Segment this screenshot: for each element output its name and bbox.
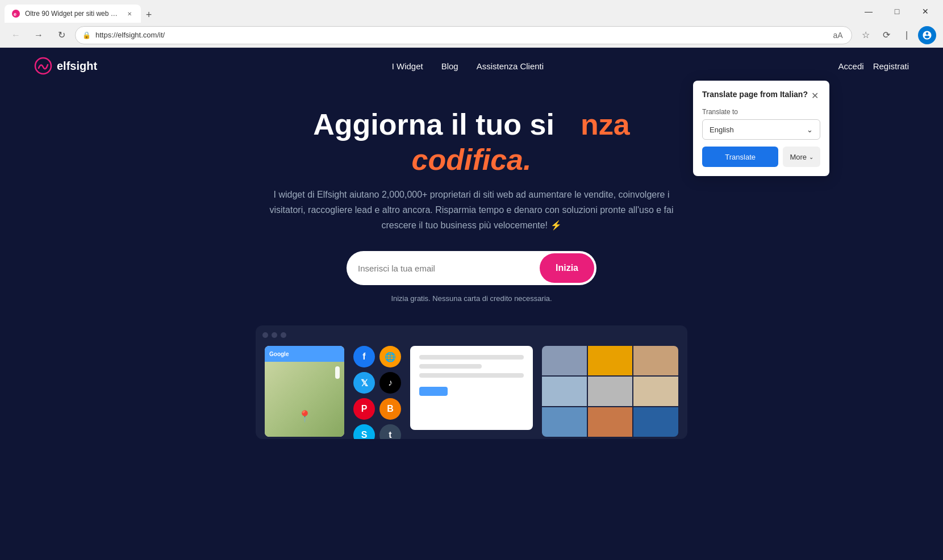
gallery-cell-3 [633, 346, 678, 375]
blogger-icon: B [379, 398, 401, 420]
preview-widgets: Google 📍 [256, 325, 687, 439]
gallery-cell-2 [588, 346, 633, 375]
nav-link-support[interactable]: Assistenza Clienti [477, 61, 544, 71]
gallery-cell-4 [542, 377, 587, 406]
gallery-cell-9 [633, 407, 678, 437]
back-button[interactable]: ← [7, 26, 25, 44]
browser-window: e Oltre 90 Widget per siti web — P ✕ + —… [0, 0, 943, 560]
edge-profile-button[interactable] [918, 26, 936, 44]
nav-link-widgets[interactable]: I Widget [392, 61, 423, 71]
maximize-button[interactable]: □ [884, 2, 910, 20]
email-input[interactable] [358, 264, 537, 273]
more-button[interactable]: More ⌄ [783, 147, 820, 167]
tumblr-icon: t [379, 424, 401, 439]
translate-button[interactable]: Translate [702, 147, 778, 167]
dot-1 [262, 332, 268, 338]
register-link[interactable]: Registrati [873, 61, 909, 71]
social-row-2: 𝕏 ♪ [353, 372, 401, 394]
email-input-wrapper: Inizia [347, 251, 596, 285]
form-line-2 [419, 364, 482, 369]
window-controls: — □ ✕ [856, 2, 938, 20]
active-tab[interactable]: e Oltre 90 Widget per siti web — P ✕ [5, 5, 141, 23]
form-line-3 [419, 373, 524, 378]
map-header: Google [265, 346, 344, 362]
url-text: https://elfsight.com/it/ [95, 31, 827, 39]
dot-3 [281, 332, 286, 338]
gallery-cell-1 [542, 346, 587, 375]
selected-language: English [710, 126, 734, 134]
dot-2 [272, 332, 277, 338]
form-line-1 [419, 355, 524, 360]
svg-text:e: e [14, 11, 16, 17]
google-logo: Google [269, 351, 289, 357]
gallery-cell-5 [588, 377, 633, 406]
nav-link-blog[interactable]: Blog [441, 61, 458, 71]
new-tab-button[interactable]: + [141, 7, 157, 23]
browser-toolbar: ← → ↻ 🔒 https://elfsight.com/it/ aA ☆ ⟳ … [0, 23, 943, 48]
browser-page: elfsight I Widget Blog Assistenza Client… [0, 48, 943, 560]
gallery-cell-8 [588, 407, 633, 437]
lock-icon: 🔒 [82, 31, 91, 39]
form-button [419, 387, 448, 396]
widget-preview-section: Google 📍 [0, 325, 943, 439]
nav-links: I Widget Blog Assistenza Clienti [392, 61, 544, 71]
window-dots [262, 332, 286, 338]
popup-header: Translate page from Italian? ✕ [702, 90, 820, 101]
hero-title-part2: nza [581, 108, 630, 141]
minimize-button[interactable]: — [856, 2, 882, 20]
translate-to-label: Translate to [702, 108, 820, 116]
tab-close-btn[interactable]: ✕ [125, 9, 134, 18]
preview-window: Google 📍 [256, 325, 687, 439]
map-body: 📍 [265, 362, 344, 437]
select-chevron-icon: ⌄ [807, 126, 813, 134]
facebook-icon: f [353, 346, 375, 367]
address-bar[interactable]: 🔒 https://elfsight.com/it/ aA [75, 26, 852, 44]
skype-icon: S [353, 424, 375, 439]
globe-icon: 🌐 [379, 346, 401, 367]
browser-titlebar: e Oltre 90 Widget per siti web — P ✕ + —… [0, 0, 943, 23]
translate-actions: Translate More ⌄ [702, 147, 820, 167]
gallery-widget [542, 346, 678, 437]
site-logo[interactable]: elfsight [34, 57, 97, 75]
gallery-cell-7 [542, 407, 587, 437]
logo-text: elfsight [57, 60, 97, 73]
map-widget: Google 📍 [265, 346, 344, 437]
social-row-3: P B [353, 398, 401, 420]
pinterest-icon: P [353, 398, 375, 420]
nav-right: Accedi Registrati [838, 61, 909, 71]
refresh-button-2[interactable]: ⟳ [877, 26, 895, 44]
refresh-button[interactable]: ↻ [52, 26, 70, 44]
toolbar-right-buttons: ☆ ⟳ | [857, 26, 936, 44]
website-content: elfsight I Widget Blog Assistenza Client… [0, 48, 943, 560]
social-row-4: S t [353, 424, 401, 439]
tiktok-icon: ♪ [379, 372, 401, 394]
more-button-label: More [790, 153, 807, 161]
address-bar-actions: aA [831, 28, 845, 42]
close-button[interactable]: ✕ [912, 2, 938, 20]
tab-title: Oltre 90 Widget per siti web — P [25, 10, 120, 18]
language-select[interactable]: English ⌄ [702, 119, 820, 140]
browser-tabs: e Oltre 90 Widget per siti web — P ✕ + [5, 0, 851, 23]
social-row-1: f 🌐 [353, 346, 401, 367]
favorites-button[interactable]: ☆ [857, 26, 875, 44]
gallery-cell-6 [633, 377, 678, 406]
login-link[interactable]: Accedi [838, 61, 864, 71]
translate-indicator[interactable]: aA [831, 28, 845, 42]
twitter-icon: 𝕏 [353, 372, 375, 394]
form-widget [410, 346, 533, 430]
translate-popup: Translate page from Italian? ✕ Translate… [693, 81, 829, 176]
extensions-button[interactable]: | [898, 26, 916, 44]
hero-title-part1: Aggiorna il tuo si [313, 108, 554, 141]
hero-subtitle: I widget di Elfsight aiutano 2,000,000+ … [267, 187, 676, 233]
map-pin: 📍 [298, 409, 312, 423]
tab-favicon: e [11, 9, 20, 18]
more-chevron-icon: ⌄ [809, 154, 813, 160]
social-widget: f 🌐 𝕏 ♪ P B [353, 346, 401, 430]
forward-button[interactable]: → [30, 26, 48, 44]
logo-icon [34, 57, 52, 75]
popup-close-button[interactable]: ✕ [809, 90, 820, 101]
submit-button[interactable]: Inizia [540, 253, 594, 283]
popup-title: Translate page from Italian? [702, 90, 808, 99]
hero-title-orange: codifica. [412, 143, 532, 176]
site-navigation: elfsight I Widget Blog Assistenza Client… [0, 48, 943, 84]
